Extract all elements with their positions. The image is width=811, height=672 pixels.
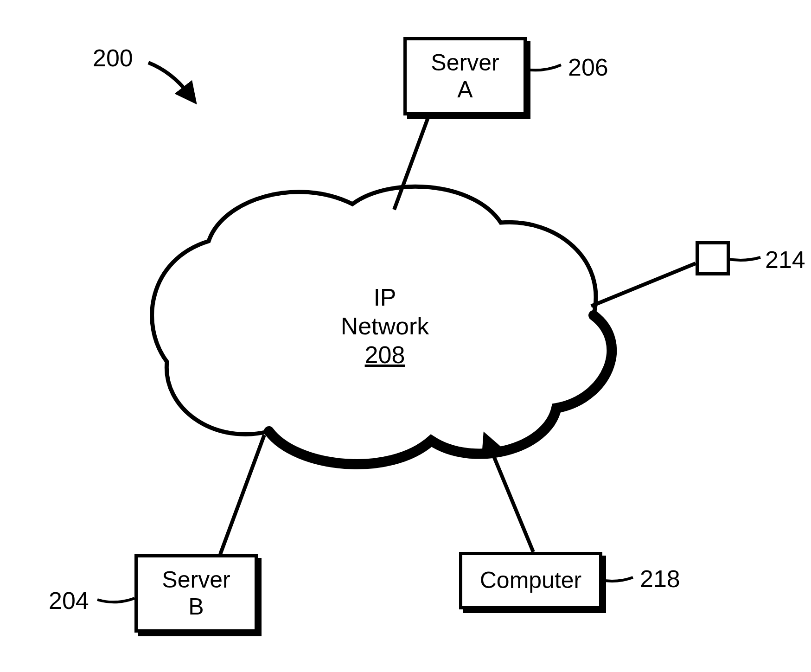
ref-218-label: 218: [640, 565, 680, 593]
cloud-text: IP Network 208: [325, 283, 445, 369]
cloud-line2: Network: [325, 312, 445, 340]
server-a-line2: A: [431, 77, 499, 103]
line-server-a: [394, 109, 431, 210]
leader-218: [598, 577, 633, 581]
server-b-line2: B: [162, 594, 230, 621]
cloud-line1: IP: [325, 283, 445, 312]
arrow-ref-200: [148, 63, 188, 93]
diagram-canvas: 200 IP Network 208 Server A 206 214 Serv…: [0, 0, 811, 672]
server-b-line1: Server: [162, 567, 230, 594]
leader-206: [526, 65, 561, 70]
ref-200-label: 200: [93, 44, 133, 72]
leader-204: [97, 598, 134, 602]
line-server-b: [220, 435, 264, 554]
server-b-box: Server B: [134, 554, 258, 633]
line-node-214: [591, 263, 696, 306]
server-a-line1: Server: [431, 50, 499, 77]
computer-label: Computer: [480, 567, 582, 594]
server-a-box: Server A: [403, 37, 527, 115]
leader-214: [726, 257, 760, 260]
ref-206-label: 206: [568, 53, 608, 81]
arrow-computer: [489, 445, 533, 552]
computer-box: Computer: [459, 552, 602, 609]
node-214-box: [696, 241, 730, 275]
ref-204-label: 204: [49, 587, 89, 614]
ref-214-label: 214: [765, 246, 805, 274]
cloud-ref: 208: [325, 341, 445, 369]
